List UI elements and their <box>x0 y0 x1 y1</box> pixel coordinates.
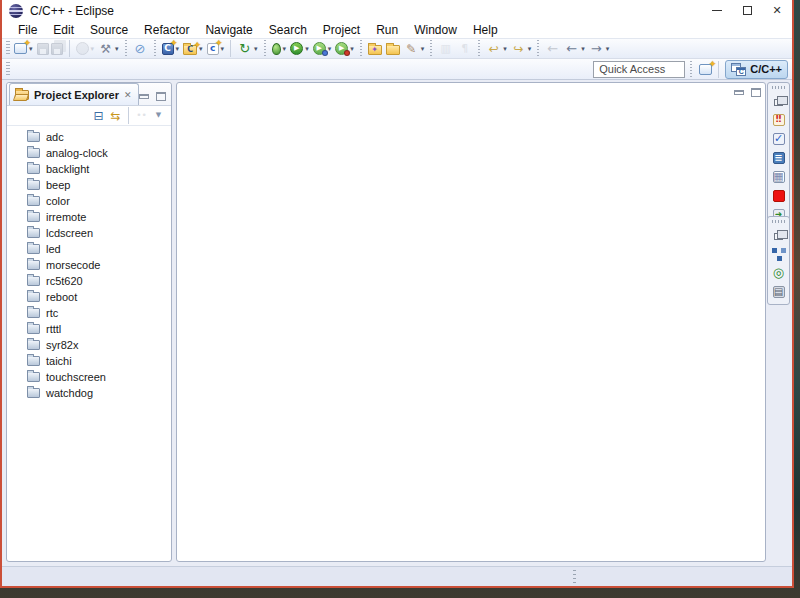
project-item[interactable]: watchdog <box>7 385 171 401</box>
back-button[interactable]: ←▾ <box>563 39 586 58</box>
properties-view-button[interactable]: ▦ <box>772 168 786 185</box>
closed-folder-icon <box>27 388 40 398</box>
documents-view-button[interactable]: ▤ <box>772 283 786 300</box>
profile-button[interactable]: ▶▾ <box>334 39 355 58</box>
save-button[interactable] <box>36 39 50 58</box>
minimize-button[interactable] <box>702 0 732 21</box>
globe-toolbar-button[interactable]: ▾ <box>75 39 96 58</box>
project-item[interactable]: led <box>7 241 171 257</box>
toolbar-grip[interactable] <box>6 62 10 77</box>
dropdown-arrow-icon[interactable]: ▾ <box>283 45 287 53</box>
link-with-editor-button[interactable]: ⇆ <box>107 106 124 125</box>
skip-all-breakpoints-button[interactable]: ⊘ <box>132 39 149 58</box>
project-item[interactable]: color <box>7 193 171 209</box>
stack-drag-handle[interactable] <box>772 220 786 223</box>
tab-close-icon[interactable]: ✕ <box>124 90 132 100</box>
open-resource-button[interactable] <box>385 39 401 58</box>
minimize-editor-button[interactable] <box>734 90 744 95</box>
project-item[interactable]: touchscreen <box>7 369 171 385</box>
maximize-editor-button[interactable] <box>751 88 761 97</box>
project-item[interactable]: rtc <box>7 305 171 321</box>
restore-views-button[interactable] <box>773 226 784 243</box>
menu-item[interactable]: Search <box>261 23 315 37</box>
close-button[interactable]: ✕ <box>762 0 792 21</box>
project-item[interactable]: lcdscreen <box>7 225 171 241</box>
dropdown-arrow-icon[interactable]: ▾ <box>606 45 610 53</box>
restore-views-button[interactable] <box>773 92 784 109</box>
dropdown-arrow-icon[interactable]: ▾ <box>503 45 507 53</box>
dropdown-arrow-icon[interactable]: ▾ <box>421 45 425 53</box>
menu-item[interactable]: File <box>10 23 45 37</box>
new-wizard-button[interactable]: ✦▾ <box>13 39 34 58</box>
presentation-button[interactable]: •• <box>133 106 150 125</box>
build-targets-view-button[interactable]: ◎ <box>770 264 787 281</box>
perspective-button-cpp[interactable]: C C/C++ <box>725 60 788 79</box>
next-edit-location-button[interactable]: ↪▾ <box>510 39 533 58</box>
project-item[interactable]: rc5t620 <box>7 273 171 289</box>
problems-view-button[interactable]: ‼ <box>772 111 786 128</box>
dropdown-arrow-icon[interactable]: ▾ <box>115 45 119 53</box>
maximize-view-button[interactable] <box>156 92 166 101</box>
menu-item[interactable]: Navigate <box>197 23 260 37</box>
dropdown-arrow-icon[interactable]: ▾ <box>350 45 354 53</box>
menu-item[interactable]: Help <box>465 23 506 37</box>
toolbar-grip[interactable] <box>690 61 692 78</box>
run-button[interactable]: ▶▾ <box>289 39 310 58</box>
project-item[interactable]: rtttl <box>7 321 171 337</box>
open-resource-icon <box>386 45 400 55</box>
save-all-button[interactable] <box>52 39 64 58</box>
dropdown-arrow-icon[interactable]: ▾ <box>254 45 258 53</box>
dropdown-arrow-icon[interactable]: ▾ <box>91 45 95 53</box>
collapse-all-button[interactable]: ⊟ <box>90 106 107 125</box>
menu-item[interactable]: Window <box>406 23 465 37</box>
last-edit-location-button[interactable]: ↩▾ <box>485 39 508 58</box>
stack-drag-handle[interactable] <box>772 86 786 89</box>
editor-area[interactable] <box>176 82 766 562</box>
run-history-icon: ▶ <box>313 42 326 55</box>
dropdown-arrow-icon[interactable]: ▾ <box>581 45 585 53</box>
toolbar-separator <box>360 40 362 57</box>
new-class-button[interactable]: C✦▾ <box>161 39 181 58</box>
build-all-button[interactable]: ⚒▾ <box>97 39 120 58</box>
project-item[interactable]: taichi <box>7 353 171 369</box>
pin-editor-brush-button[interactable]: ✎▾ <box>403 39 426 58</box>
run-history-button[interactable]: ▶▾ <box>312 39 333 58</box>
project-item[interactable]: analog-clock <box>7 145 171 161</box>
project-item[interactable]: beep <box>7 177 171 193</box>
project-item[interactable]: irremote <box>7 209 171 225</box>
tasks-view-button[interactable]: ✓ <box>772 130 786 147</box>
back-disabled-button[interactable]: ← <box>544 39 561 58</box>
new-c-project-button[interactable]: C✦▾ <box>182 39 204 58</box>
toolbar-grip[interactable] <box>6 41 10 56</box>
project-item[interactable]: syr82x <box>7 337 171 353</box>
console-view-button[interactable]: ≡ <box>772 149 786 166</box>
red-view-button[interactable] <box>772 187 786 204</box>
menu-item[interactable]: Run <box>368 23 406 37</box>
menu-item[interactable]: Refactor <box>136 23 197 37</box>
forward-button[interactable]: →▾ <box>588 39 611 58</box>
dropdown-arrow-icon[interactable]: ▾ <box>528 45 532 53</box>
outline-view-button[interactable] <box>771 245 786 262</box>
project-item[interactable]: morsecode <box>7 257 171 273</box>
maximize-button[interactable] <box>732 0 762 21</box>
dropdown-arrow-icon[interactable]: ▾ <box>305 45 309 53</box>
build-active-configuration-button[interactable]: ↻▾ <box>236 39 259 58</box>
open-perspective-button[interactable]: ✦ <box>698 60 713 79</box>
project-item[interactable]: adc <box>7 129 171 145</box>
minimize-view-button[interactable] <box>139 94 149 99</box>
menu-item[interactable]: Source <box>82 23 136 37</box>
menu-item[interactable]: Edit <box>45 23 82 37</box>
show-whitespace-button[interactable]: ▥ <box>437 39 454 58</box>
status-bar-grip[interactable] <box>573 570 576 583</box>
block-selection-button[interactable]: ¶ <box>456 39 473 58</box>
project-item[interactable]: reboot <box>7 289 171 305</box>
debug-button[interactable]: ▾ <box>271 39 288 58</box>
open-element-button[interactable]: ✦ <box>367 39 383 58</box>
new-source-file-button[interactable]: c✦▾ <box>206 39 226 58</box>
quick-access-input[interactable]: Quick Access <box>593 61 685 78</box>
menu-item[interactable]: Project <box>315 23 368 37</box>
view-menu-button[interactable]: ▼ <box>150 106 167 125</box>
project-item[interactable]: backlight <box>7 161 171 177</box>
tab-project-explorer[interactable]: Project Explorer ✕ <box>9 83 139 105</box>
dropdown-arrow-icon[interactable]: ▾ <box>328 45 332 53</box>
